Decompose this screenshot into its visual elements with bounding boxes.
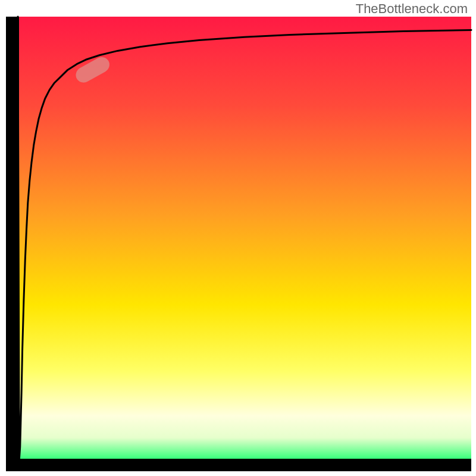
chart-container: TheBottleneck.com xyxy=(0,0,476,476)
plot-background xyxy=(18,17,471,460)
bottom-border xyxy=(6,460,471,471)
left-border xyxy=(6,17,18,471)
bottleneck-plot xyxy=(0,0,476,476)
watermark-label: TheBottleneck.com xyxy=(356,1,468,17)
